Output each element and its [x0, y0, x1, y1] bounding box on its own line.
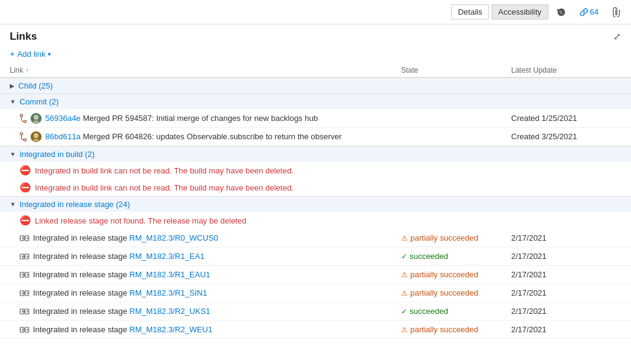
group-label: Child (25): [18, 81, 53, 90]
svg-marker-22: [22, 274, 23, 276]
details-button[interactable]: Details: [451, 4, 489, 20]
status-text: partially succeeded: [410, 233, 478, 242]
group-row-commit[interactable]: ▼ Commit (2): [0, 93, 631, 109]
link-icon: [580, 8, 588, 16]
release-stage-icon: [20, 288, 29, 298]
release-text: Integrated in release stage RM_M182.3/R1…: [33, 252, 204, 261]
link-cell: Integrated in release stage RM_M182.3/R0…: [20, 233, 401, 243]
paperclip-icon: [612, 7, 621, 17]
error-row: ⛔ Linked release stage not found. The re…: [0, 212, 631, 229]
svg-marker-17: [22, 255, 23, 258]
error-text: Integrated in build link can not be read…: [35, 183, 293, 192]
avatar: [31, 131, 42, 142]
svg-point-2: [24, 120, 26, 123]
release-link[interactable]: RM_M182.3/R1_EA1: [130, 252, 205, 261]
commit-text: 86bd611a Merged PR 604826: updates Obser…: [45, 132, 342, 141]
status-text: succeeded: [410, 307, 448, 316]
links-header: Links ⤢: [0, 24, 631, 46]
column-headers: Link ↑ State Latest Update: [0, 64, 631, 78]
svg-marker-12: [22, 237, 23, 239]
error-text: Linked release stage not found. The rele…: [35, 216, 246, 225]
links-count: 64: [590, 7, 599, 16]
history-button[interactable]: [551, 4, 572, 20]
add-link-row: + Add link ▾: [0, 46, 631, 64]
status-text: partially succeeded: [410, 325, 478, 334]
state-cell: ✓ succeeded: [401, 307, 511, 316]
link-cell: 56936a4e Merged PR 594587: Initial merge…: [20, 113, 401, 124]
expand-button[interactable]: ⤢: [613, 31, 621, 42]
release-link[interactable]: RM_M182.3/R2_WEU1: [130, 325, 213, 334]
svg-marker-13: [27, 237, 28, 239]
release-link[interactable]: RM_M182.3/R0_WCUS0: [130, 233, 218, 242]
check-icon: ✓: [401, 307, 407, 316]
release-text: Integrated in release stage RM_M182.3/R2…: [33, 325, 212, 334]
status-text: partially succeeded: [410, 270, 478, 279]
attach-button[interactable]: [607, 4, 626, 20]
group-chevron-icon: ▼: [10, 151, 16, 158]
release-text: Integrated in release stage RM_M182.3/R1…: [33, 270, 210, 279]
svg-point-8: [32, 139, 40, 142]
date-cell: 2/17/2021: [511, 288, 621, 297]
svg-marker-23: [27, 274, 28, 276]
plus-icon: +: [10, 49, 15, 59]
group-row-child[interactable]: ▶ Child (25): [0, 78, 631, 93]
check-icon: ✓: [401, 252, 407, 261]
state-cell: ⚠ partially succeeded: [401, 233, 511, 242]
date-cell: 2/17/2021: [511, 307, 621, 316]
warning-icon: ⚠: [401, 289, 408, 297]
links-table: ▶ Child (25) ▼ Commit (2): [0, 78, 631, 364]
add-link-button[interactable]: + Add link ▾: [10, 49, 51, 59]
history-icon: [556, 7, 566, 17]
svg-marker-32: [22, 310, 23, 313]
date-cell: 2/17/2021: [511, 233, 621, 242]
accessibility-button[interactable]: Accessibility: [492, 4, 548, 20]
status-text: partially succeeded: [410, 288, 478, 297]
warning-icon: ⚠: [401, 271, 408, 279]
release-stage-icon: [20, 325, 29, 335]
svg-point-6: [24, 139, 26, 141]
release-stage-icon: [20, 307, 29, 316]
commit-text: 56936a4e Merged PR 594587: Initial merge…: [45, 114, 318, 123]
date-cell: 2/17/2021: [511, 325, 621, 334]
group-row-integrated-build[interactable]: ▼ Integrated in build (2): [0, 146, 631, 162]
add-link-label: Add link: [17, 49, 45, 59]
svg-marker-37: [22, 329, 23, 331]
links-button[interactable]: 64: [574, 4, 604, 20]
release-link[interactable]: RM_M182.3/R2_UKS1: [130, 307, 210, 316]
group-row-integrated-release[interactable]: ▼ Integrated in release stage (24): [0, 196, 631, 212]
svg-marker-27: [22, 292, 23, 294]
link-cell: Integrated in release stage RM_M182.3/R1…: [20, 288, 401, 298]
group-label: Integrated in build (2): [20, 150, 95, 159]
error-text: Integrated in build link can not be read…: [35, 166, 293, 175]
link-cell: Integrated in release stage RM_M182.3/R2…: [20, 307, 401, 316]
svg-marker-18: [27, 255, 28, 258]
chevron-down-icon: ▾: [48, 51, 51, 57]
commit-id-link[interactable]: 86bd611a: [45, 132, 81, 141]
svg-point-7: [34, 133, 39, 138]
table-row: 56936a4e Merged PR 594587: Initial merge…: [0, 109, 631, 128]
sort-arrow-icon: ↑: [26, 67, 29, 74]
group-label: Integrated in release stage (24): [20, 200, 130, 209]
warning-icon: ⚠: [401, 234, 408, 242]
link-column-header: Link ↑: [10, 66, 401, 75]
date-cell: Created 3/25/2021: [511, 132, 621, 141]
commit-branch-icon: [20, 114, 27, 123]
commit-branch-icon: [20, 132, 27, 142]
table-row: Integrated in release stage RM_M182.3/R2…: [0, 321, 631, 339]
latest-update-column-header: Latest Update: [511, 66, 621, 75]
table-row: Integrated in release stage RM_M182.3/R1…: [0, 247, 631, 266]
group-label: Commit (2): [20, 97, 59, 106]
release-link[interactable]: RM_M182.3/R1_SIN1: [130, 288, 207, 297]
error-icon: ⛔: [20, 182, 31, 193]
commit-id-link[interactable]: 56936a4e: [45, 114, 81, 123]
release-stage-icon: [20, 252, 29, 261]
error-icon: ⛔: [20, 165, 31, 176]
svg-point-5: [20, 133, 23, 135]
warning-icon: ⚠: [401, 326, 408, 334]
date-cell: Created 1/25/2021: [511, 114, 621, 123]
release-text: Integrated in release stage RM_M182.3/R0…: [33, 233, 218, 242]
release-link[interactable]: RM_M182.3/R1_EAU1: [130, 270, 210, 279]
svg-point-4: [32, 120, 40, 124]
state-cell: ⚠ partially succeeded: [401, 270, 511, 279]
state-cell: ⚠ partially succeeded: [401, 288, 511, 297]
